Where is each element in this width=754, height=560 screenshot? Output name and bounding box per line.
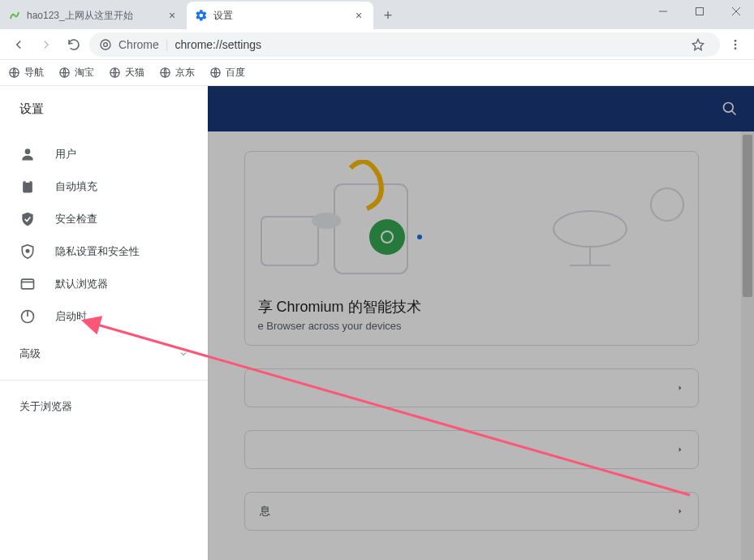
svg-rect-1: [696, 8, 703, 15]
sidebar-item-label: 启动时: [55, 309, 87, 324]
shield-icon: [19, 243, 36, 260]
sidebar-header: 设置: [0, 86, 208, 131]
bookmark-item[interactable]: 天猫: [109, 66, 144, 80]
globe-icon: [8, 67, 20, 79]
svg-point-7: [735, 43, 737, 45]
omnibox-url: chrome://settings: [174, 38, 261, 51]
sidebar-about[interactable]: 关于浏览器: [0, 390, 208, 423]
menu-button[interactable]: [723, 32, 748, 57]
omnibox[interactable]: Chrome | chrome://settings: [89, 32, 720, 57]
bookmark-label: 京东: [175, 66, 195, 80]
toolbar: Chrome | chrome://settings: [0, 29, 754, 60]
back-button[interactable]: [6, 32, 31, 57]
svg-point-8: [735, 47, 737, 50]
svg-point-4: [101, 40, 110, 50]
bookmark-star-icon[interactable]: [686, 32, 710, 57]
bookmark-item[interactable]: 淘宝: [58, 66, 94, 80]
svg-rect-18: [22, 279, 34, 289]
tab-settings[interactable]: 设置 ×: [187, 2, 373, 29]
bookmark-label: 百度: [226, 66, 245, 80]
sidebar-item-label: 默认浏览器: [55, 277, 108, 291]
gear-icon: [195, 9, 208, 22]
settings-content: 享 Chromium 的智能技术 e Browser across your d…: [208, 86, 754, 560]
svg-point-5: [104, 42, 108, 46]
sidebar-item-people[interactable]: 用户: [0, 138, 208, 170]
shield-check-icon: [19, 211, 36, 227]
close-button[interactable]: [717, 0, 754, 23]
sidebar-item-autofill[interactable]: 自动填充: [0, 170, 208, 203]
svg-point-17: [26, 250, 28, 252]
svg-point-14: [25, 149, 31, 154]
settings-sidebar: 设置 用户 自动填充 安全检查 隐私设置和安全性 默认浏览器: [0, 86, 208, 560]
overlay-dim[interactable]: [208, 86, 754, 560]
svg-point-6: [735, 40, 737, 42]
sidebar-item-default-browser[interactable]: 默认浏览器: [0, 268, 208, 300]
chrome-icon: [99, 38, 112, 51]
globe-icon: [58, 67, 71, 79]
bookmarks-bar: 导航 淘宝 天猫 京东 百度: [0, 60, 754, 86]
sidebar-item-label: 用户: [55, 147, 76, 162]
chevron-down-icon: [179, 349, 188, 359]
minimize-button[interactable]: [644, 0, 681, 23]
sidebar-item-label: 隐私设置和安全性: [55, 244, 140, 259]
power-icon: [19, 308, 36, 325]
tab-title: 设置: [213, 9, 347, 23]
sidebar-item-safety[interactable]: 安全检查: [0, 203, 208, 235]
advanced-label: 高级: [19, 347, 41, 361]
tab-hao123[interactable]: hao123_上网从这里开始 ×: [0, 2, 187, 29]
sidebar-item-on-startup[interactable]: 启动时: [0, 300, 208, 333]
globe-icon: [159, 67, 171, 79]
sidebar-advanced[interactable]: 高级: [0, 338, 208, 370]
tab-title: hao123_上网从这里开始: [27, 9, 160, 23]
divider: [0, 380, 208, 381]
browser-icon: [19, 276, 36, 292]
close-icon[interactable]: ×: [166, 9, 179, 22]
reload-button[interactable]: [62, 32, 86, 57]
titlebar: hao123_上网从这里开始 × 设置 × +: [0, 0, 754, 29]
omnibox-separator: |: [166, 38, 169, 51]
main: 设置 用户 自动填充 安全检查 隐私设置和安全性 默认浏览器: [0, 86, 754, 560]
sidebar-item-label: 自动填充: [55, 179, 97, 194]
window-controls: [644, 0, 754, 23]
omnibox-label: Chrome: [118, 38, 159, 51]
svg-rect-16: [26, 180, 30, 183]
new-tab-button[interactable]: +: [377, 4, 399, 27]
svg-rect-15: [23, 181, 32, 192]
bookmark-label: 导航: [24, 66, 44, 80]
person-icon: [19, 146, 36, 162]
about-label: 关于浏览器: [19, 399, 72, 414]
globe-icon: [109, 67, 121, 79]
bookmark-item[interactable]: 百度: [209, 66, 245, 80]
sidebar-item-privacy[interactable]: 隐私设置和安全性: [0, 235, 208, 268]
maximize-button[interactable]: [681, 0, 717, 23]
hao123-favicon: [8, 9, 21, 22]
bookmark-item[interactable]: 京东: [159, 66, 195, 80]
bookmark-label: 淘宝: [75, 66, 94, 80]
clipboard-icon: [19, 179, 36, 195]
bookmark-item[interactable]: 导航: [8, 66, 44, 80]
close-icon[interactable]: ×: [352, 9, 365, 22]
sidebar-item-label: 安全检查: [55, 212, 97, 226]
bookmark-label: 天猫: [125, 66, 144, 80]
forward-button[interactable]: [34, 32, 58, 57]
globe-icon: [209, 67, 222, 79]
